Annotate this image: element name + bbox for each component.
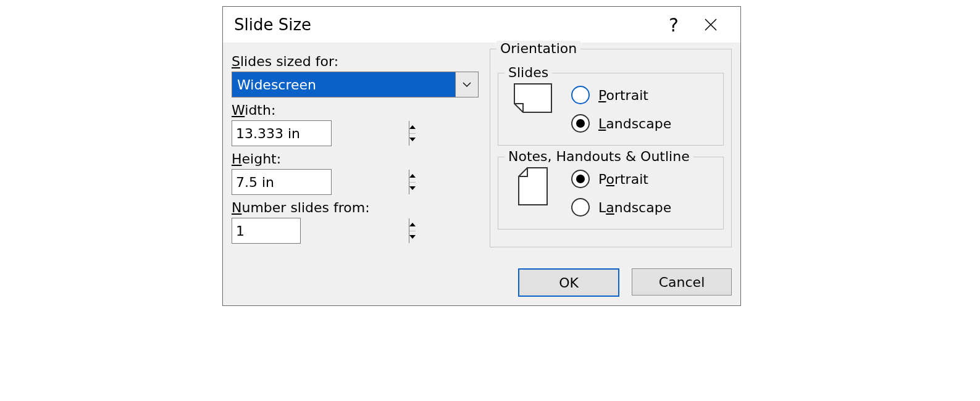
number-slides-from-spinner[interactable]: [232, 218, 301, 244]
triangle-up-icon: [409, 223, 416, 226]
notes-group-title: Notes, Handouts & Outline: [505, 149, 693, 164]
slides-landscape-radio[interactable]: Landscape: [571, 114, 671, 133]
height-down-button[interactable]: [409, 183, 416, 195]
width-input[interactable]: [232, 121, 409, 146]
slides-sized-for-label: Slides sized for:: [232, 54, 479, 69]
ok-button[interactable]: OK: [518, 268, 619, 297]
dialog-title: Slide Size: [234, 15, 311, 34]
width-up-button[interactable]: [409, 121, 416, 134]
cancel-button[interactable]: Cancel: [632, 268, 732, 296]
width-label: Width:: [232, 102, 479, 118]
notes-portrait-label: Portrait: [598, 172, 648, 187]
right-pane: Orientation Slides: [490, 49, 732, 256]
triangle-down-icon: [409, 138, 416, 141]
notes-landscape-radio[interactable]: Landscape: [571, 198, 671, 217]
svg-marker-3: [519, 168, 547, 205]
left-pane: Slides sized for: Widescreen Width:: [232, 49, 479, 256]
slides-orientation-group: Slides Portrait: [498, 73, 724, 146]
width-down-button[interactable]: [409, 134, 416, 146]
close-icon: [704, 18, 718, 31]
help-icon: ?: [669, 14, 679, 36]
dialog-footer: OK Cancel: [223, 262, 740, 305]
slides-landscape-label: Landscape: [598, 116, 671, 131]
notes-orientation-group: Notes, Handouts & Outline Portrait: [498, 157, 724, 229]
notes-portrait-radio[interactable]: Portrait: [571, 170, 671, 188]
width-spinner[interactable]: [232, 120, 332, 146]
close-button[interactable]: [692, 7, 729, 43]
number-slides-from-input[interactable]: [232, 218, 409, 243]
triangle-up-icon: [409, 174, 416, 178]
slides-portrait-radio[interactable]: Portrait: [571, 86, 671, 104]
landscape-page-icon: [508, 83, 558, 113]
number-slides-from-label: Number slides from:: [232, 200, 479, 215]
slides-portrait-label: Portrait: [598, 88, 648, 103]
radio-icon: [571, 86, 590, 104]
height-label: Height:: [232, 151, 479, 167]
slide-size-dialog: Slide Size ? Slides sized for: Widescree…: [222, 6, 741, 306]
slides-sized-for-value: Widescreen: [232, 72, 455, 97]
chevron-down-icon: [463, 81, 471, 88]
height-up-button[interactable]: [409, 170, 416, 183]
portrait-page-icon: [508, 167, 558, 205]
notes-landscape-label: Landscape: [598, 200, 671, 215]
radio-icon: [571, 198, 590, 217]
svg-marker-2: [514, 84, 551, 112]
radio-selected-icon: [571, 170, 590, 188]
number-down-button[interactable]: [409, 231, 416, 244]
height-input[interactable]: [232, 170, 409, 194]
triangle-down-icon: [409, 186, 416, 190]
number-up-button[interactable]: [409, 218, 416, 231]
slides-group-title: Slides: [505, 65, 552, 80]
titlebar: Slide Size ?: [223, 7, 740, 43]
orientation-group-title: Orientation: [496, 41, 580, 56]
help-button[interactable]: ?: [655, 7, 692, 43]
dropdown-button[interactable]: [455, 72, 478, 97]
radio-selected-icon: [571, 114, 590, 133]
slides-sized-for-dropdown[interactable]: Widescreen: [232, 72, 479, 97]
triangle-down-icon: [409, 235, 416, 239]
triangle-up-icon: [409, 125, 416, 129]
height-spinner[interactable]: [232, 169, 332, 195]
orientation-group: Orientation Slides: [490, 49, 732, 247]
